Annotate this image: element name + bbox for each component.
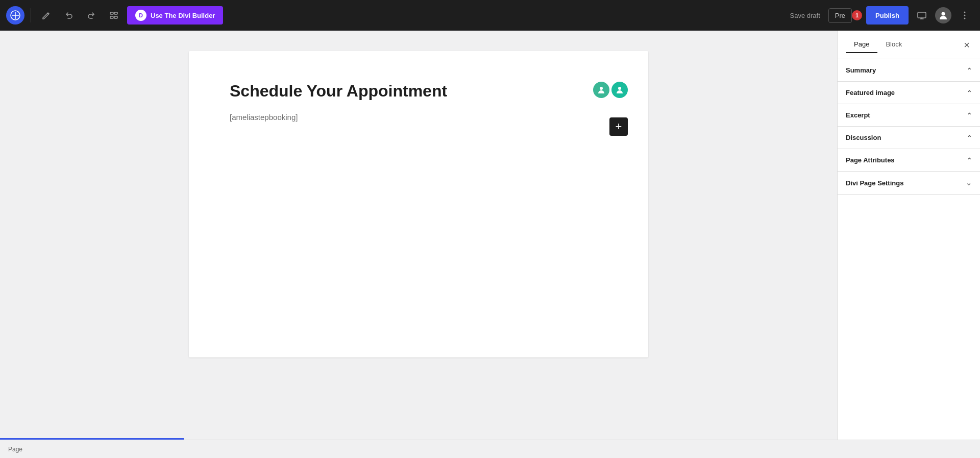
excerpt-chevron-icon: ⌃: [967, 112, 972, 119]
notification-badge: 1: [852, 10, 862, 20]
status-bar-label: Page: [8, 446, 22, 453]
section-summary-header[interactable]: Summary ⌃: [838, 59, 980, 81]
toolbar-divider-1: [31, 8, 31, 22]
avatar-cluster: [593, 82, 628, 98]
undo-button[interactable]: [60, 6, 78, 25]
editor-canvas: + Schedule Your Appointment [ameliastepb…: [0, 31, 837, 440]
section-divi-page-settings: Divi Page Settings ⌄: [838, 172, 980, 195]
section-discussion: Discussion ⌃: [838, 127, 980, 149]
avatar-user-1: [593, 82, 609, 98]
section-discussion-header[interactable]: Discussion ⌃: [838, 127, 980, 149]
svg-point-7: [964, 12, 966, 13]
divi-page-settings-chevron-icon: ⌄: [966, 179, 972, 187]
progress-bar: [0, 438, 184, 440]
sidebar-tabs: Page Block: [846, 36, 910, 53]
tab-block[interactable]: Block: [877, 36, 910, 53]
section-summary: Summary ⌃: [838, 59, 980, 82]
section-page-attributes-header[interactable]: Page Attributes ⌃: [838, 149, 980, 171]
view-button[interactable]: [913, 6, 931, 25]
svg-point-9: [964, 18, 966, 19]
more-options-button[interactable]: [955, 6, 974, 25]
page-title[interactable]: Schedule Your Appointment: [230, 82, 607, 101]
preview-area: Pre 1: [828, 8, 862, 23]
preview-button[interactable]: Pre: [828, 8, 852, 23]
svg-rect-1: [110, 12, 113, 14]
svg-rect-4: [114, 16, 117, 18]
section-divi-page-settings-header[interactable]: Divi Page Settings ⌄: [838, 172, 980, 194]
user-avatar[interactable]: [935, 7, 951, 23]
svg-point-11: [618, 87, 621, 90]
svg-rect-5: [918, 12, 926, 18]
main-toolbar: D Use The Divi Builder Save draft Pre 1 …: [0, 0, 980, 31]
svg-point-8: [964, 15, 966, 16]
main-area: + Schedule Your Appointment [ameliastepb…: [0, 31, 980, 440]
close-sidebar-button[interactable]: ×: [962, 38, 972, 52]
svg-point-10: [600, 87, 603, 90]
section-page-attributes: Page Attributes ⌃: [838, 149, 980, 172]
page-attributes-chevron-icon: ⌃: [967, 157, 972, 164]
section-excerpt: Excerpt ⌃: [838, 104, 980, 127]
featured-image-chevron-icon: ⌃: [967, 89, 972, 97]
shortcode-content[interactable]: [ameliastepbooking]: [230, 113, 607, 122]
tab-page[interactable]: Page: [846, 36, 877, 53]
avatar-user-2: [611, 82, 628, 98]
publish-button[interactable]: Publish: [866, 6, 909, 25]
toolbar-right: Save draft Pre 1 Publish: [786, 6, 974, 25]
save-draft-button[interactable]: Save draft: [786, 9, 824, 22]
page-editor: + Schedule Your Appointment [ameliastepb…: [189, 51, 648, 357]
add-block-button[interactable]: +: [609, 117, 628, 136]
edit-button[interactable]: [37, 6, 56, 25]
status-bar: Page: [0, 440, 980, 458]
section-featured-image-header[interactable]: Featured image ⌃: [838, 82, 980, 104]
svg-point-6: [942, 12, 945, 16]
divi-logo: D: [135, 10, 146, 21]
redo-button[interactable]: [82, 6, 101, 25]
right-sidebar: Page Block × Summary ⌃ Featured image ⌃: [837, 31, 980, 440]
summary-chevron-icon: ⌃: [967, 67, 972, 74]
section-featured-image: Featured image ⌃: [838, 82, 980, 104]
divi-builder-button[interactable]: D Use The Divi Builder: [127, 6, 223, 25]
section-excerpt-header[interactable]: Excerpt ⌃: [838, 104, 980, 126]
sidebar-header: Page Block ×: [838, 31, 980, 59]
block-list-view-button[interactable]: [105, 6, 123, 25]
discussion-chevron-icon: ⌃: [967, 134, 972, 141]
svg-rect-2: [114, 12, 117, 14]
svg-rect-3: [110, 16, 113, 18]
wp-logo[interactable]: [6, 6, 24, 25]
